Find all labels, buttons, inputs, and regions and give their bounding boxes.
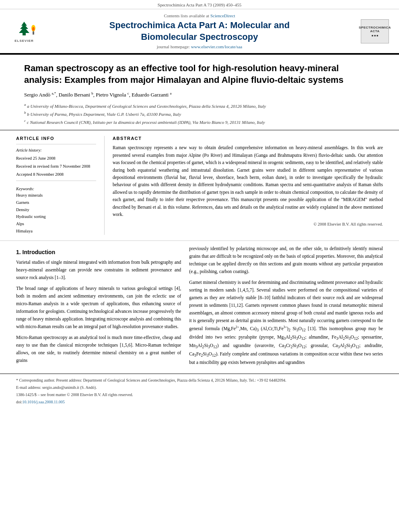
sciencedirect-link[interactable]: ScienceDirect: [210, 13, 235, 18]
journal-citation: Spectrochimica Acta Part A 73 (2009) 450…: [158, 2, 241, 7]
intro-para-2: The broad range of applications of heavy…: [16, 285, 181, 331]
abstract-heading: ABSTRACT: [113, 136, 383, 141]
right-para-2: Garnet mineral chemistry is used for det…: [189, 279, 383, 366]
received-date: Received 25 June 2008: [16, 155, 96, 162]
elsevier-logo-area: ELSEVIER: [8, 20, 40, 43]
copyright: © 2008 Elsevier B.V. All rights reserved…: [113, 222, 383, 226]
history-label: Article history:: [16, 147, 96, 154]
elsevier-logo-svg: [10, 20, 38, 38]
footnote-issn: 1386-1425/$ – see front matter © 2008 El…: [16, 392, 383, 398]
keyword-2: Garnets: [16, 199, 96, 206]
abstract-column: ABSTRACT Raman spectroscopy represents a…: [105, 136, 383, 234]
footnotes: * Corresponding author. Present address:…: [0, 374, 399, 409]
intro-para-1: Varietal studies of single mineral integ…: [16, 259, 181, 281]
footnote-email: E-mail address: sergio.ando@unimib.it (S…: [16, 384, 383, 391]
footnote-doi: doi:10.1016/j.saa.2008.11.005: [16, 399, 383, 405]
keyword-5: Alps: [16, 220, 96, 228]
footnote-corresponding: * Corresponding author. Present address:…: [16, 377, 383, 384]
svg-rect-4: [23, 33, 26, 35]
article-history: Article history: Received 25 June 2008 R…: [16, 147, 96, 178]
keyword-4: Hydraulic sorting: [16, 213, 96, 220]
svg-point-6: [32, 27, 35, 31]
journal-title: Spectrochimica Acta Part A: Molecular an…: [47, 20, 352, 43]
body-left-column: 1. Introduction Varietal studies of sing…: [16, 245, 181, 370]
article-info-abstract: ARTICLE INFO Article history: Received 2…: [0, 130, 399, 240]
accepted-date: Accepted 8 November 2008: [16, 171, 96, 178]
intro-section-title: 1. Introduction: [16, 249, 181, 255]
keywords-list: Heavy minerals Garnets Density Hydraulic…: [16, 192, 96, 235]
keyword-6: Himalaya: [16, 228, 96, 235]
body-right-column: previously identified by polarizing micr…: [189, 245, 383, 370]
right-para-1: previously identified by polarizing micr…: [189, 245, 383, 275]
keywords-label: Keywords:: [16, 187, 96, 191]
journal-header: Spectrochimica Acta Part A 73 (2009) 450…: [0, 0, 399, 9]
journal-homepage: journal homepage: www.elsevier.com/locat…: [47, 44, 352, 49]
spectra-logo: SPECTROCHIMICA ACTA ■ ■ ■: [361, 19, 389, 43]
affiliation-b: b b University of Parma, Physics Departm…: [24, 110, 375, 118]
affiliation-a: a a University of Milano-Bicocca, Depart…: [24, 102, 375, 110]
keyword-1: Heavy minerals: [16, 192, 96, 199]
banner-center: Contents lists available at ScienceDirec…: [47, 13, 352, 49]
elsevier-text: ELSEVIER: [14, 39, 34, 43]
intro-para-3: Micro-Raman spectroscopy as an analytica…: [16, 334, 181, 364]
elsevier-logo: ELSEVIER: [8, 20, 40, 43]
keyword-3: Density: [16, 206, 96, 214]
affiliation-c: c c National Research Council (CNR), Ist…: [24, 118, 375, 126]
article-title-section: Raman spectroscopy as an effective tool …: [0, 55, 399, 130]
svg-rect-7: [33, 31, 34, 35]
article-title: Raman spectroscopy as an effective tool …: [24, 63, 375, 86]
abstract-text: Raman spectroscopy represents a new way …: [113, 144, 383, 218]
journal-banner: ELSEVIER Contents lists available at Sci…: [0, 9, 399, 54]
authors: Sergio Andò a,*, Danilo Bersani b, Pietr…: [24, 91, 375, 98]
article-info-column: ARTICLE INFO Article history: Received 2…: [16, 136, 105, 234]
article-info-heading: ARTICLE INFO: [16, 136, 96, 141]
keywords-section: Keywords: Heavy minerals Garnets Density…: [16, 187, 96, 235]
doi-link[interactable]: 10.1016/j.saa.2008.11.005: [23, 400, 65, 404]
contents-link: Contents lists available at ScienceDirec…: [47, 13, 352, 18]
main-body: 1. Introduction Varietal studies of sing…: [0, 241, 399, 374]
homepage-link[interactable]: www.elsevier.com/locate/saa: [191, 44, 243, 49]
spectra-logo-area: SPECTROCHIMICA ACTA ■ ■ ■: [359, 19, 391, 43]
affiliations: a a University of Milano-Bicocca, Depart…: [24, 102, 375, 126]
received-revised-date: Received in revised form 7 November 2008: [16, 163, 96, 170]
